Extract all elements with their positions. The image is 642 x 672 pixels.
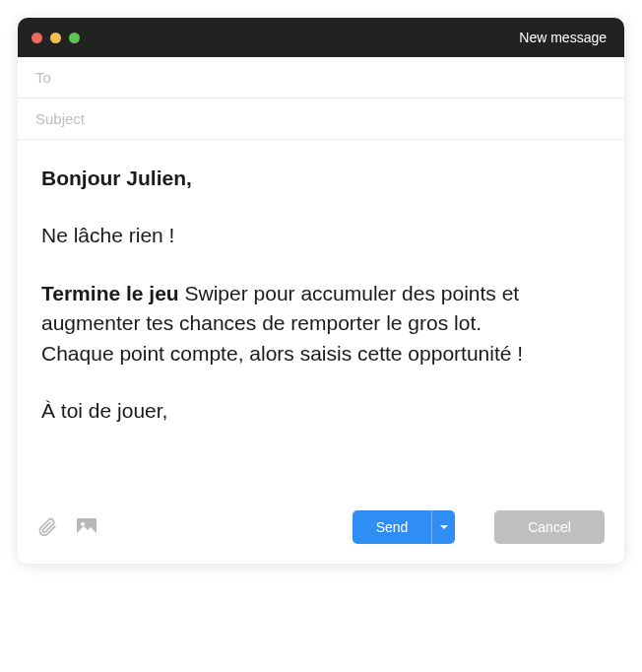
to-field-row [18, 57, 624, 99]
signoff-line: À toi de jouer, [41, 396, 601, 426]
body-paragraph-2: Termine le jeu Swiper pour accumuler des… [41, 279, 601, 369]
window-controls [32, 33, 80, 43]
body-line-1: Ne lâche rien ! [41, 221, 601, 250]
compose-toolbar: Send Cancel [18, 495, 624, 564]
to-input[interactable] [35, 69, 607, 86]
subject-field-row [18, 99, 624, 140]
send-button-group: Send [353, 510, 455, 544]
cancel-button[interactable]: Cancel [494, 510, 605, 544]
maximize-window-button[interactable] [69, 33, 80, 43]
subject-input[interactable] [35, 110, 607, 127]
svg-point-1 [81, 522, 85, 526]
body-line-3: Chaque point compte, alors saisis cette … [41, 342, 523, 365]
minimize-window-button[interactable] [50, 33, 61, 43]
send-button[interactable]: Send [353, 510, 431, 544]
send-options-dropdown[interactable] [431, 510, 455, 544]
window-title: New message [519, 30, 607, 45]
compose-window: New message Bonjour Julien, Ne lâche rie… [18, 18, 624, 564]
titlebar: New message [18, 18, 624, 57]
cancel-button-label: Cancel [528, 519, 571, 535]
send-button-label: Send [376, 519, 409, 535]
image-icon[interactable] [75, 515, 98, 539]
paperclip-icon[interactable] [37, 515, 57, 539]
greeting-line: Bonjour Julien, [41, 164, 601, 193]
close-window-button[interactable] [32, 33, 42, 43]
message-body[interactable]: Bonjour Julien, Ne lâche rien ! Termine … [18, 140, 624, 495]
bold-run: Termine le jeu [41, 282, 179, 304]
chevron-down-icon [440, 525, 448, 529]
